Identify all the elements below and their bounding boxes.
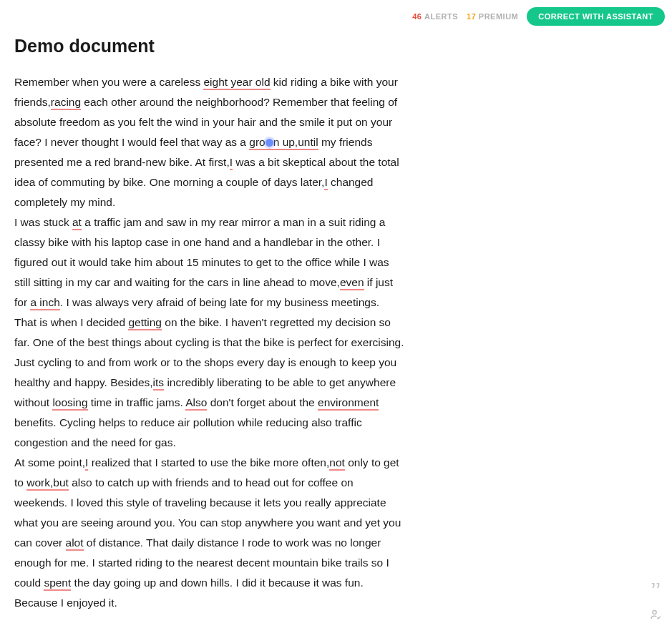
document-editor[interactable]: Demo document Remember when you were a c… [14, 36, 406, 613]
text: don't forget about the [207, 396, 318, 408]
error-a-inch[interactable]: a inch [30, 296, 59, 310]
svg-point-0 [653, 610, 656, 614]
cursor-indicator[interactable] [266, 139, 273, 147]
text: time in traffic jams. [88, 396, 186, 408]
text: Remember when you were a careless [14, 76, 203, 88]
error-racing[interactable]: racing [51, 96, 81, 110]
premium-group[interactable]: 17 PREMIUM [467, 12, 518, 21]
error-eight-year-old[interactable]: eight year old [203, 76, 270, 90]
document-title[interactable]: Demo document [14, 36, 406, 57]
side-icon-rail [649, 579, 662, 621]
quote-icon[interactable] [649, 579, 662, 592]
document-body[interactable]: Remember when you were a careless eight … [14, 72, 406, 613]
error-grown-up-until[interactable]: gron up,until [249, 136, 318, 150]
error-work-but[interactable]: work,but [26, 476, 69, 491]
alerts-group[interactable]: 46 ALERTS [412, 12, 458, 21]
error-getting[interactable]: getting [128, 316, 162, 330]
error-loosing[interactable]: loosing [52, 396, 87, 411]
error-spent[interactable]: spent [44, 577, 71, 591]
error-also[interactable]: Also [185, 396, 207, 411]
user-check-icon[interactable] [649, 608, 662, 621]
premium-count: 17 [467, 12, 476, 21]
error-at[interactable]: at [72, 216, 82, 230]
alerts-label: ALERTS [424, 12, 458, 21]
correct-with-assistant-button[interactable]: CORRECT WITH ASSISTANT [527, 7, 665, 26]
error-its[interactable]: its [153, 376, 165, 391]
text: . I was always very afraid of being late… [60, 296, 379, 308]
error-even[interactable]: even [340, 276, 364, 290]
alerts-count: 46 [412, 12, 422, 21]
error-environment[interactable]: environment [318, 396, 379, 411]
text: I was stuck [14, 216, 72, 228]
text: benefits. Cycling helps to reduce air po… [14, 416, 362, 448]
error-alot[interactable]: alot [66, 536, 84, 551]
text: realized that I started to use the bike … [88, 456, 329, 468]
text: At some point, [14, 456, 85, 468]
error-not[interactable]: not [329, 456, 345, 471]
premium-label: PREMIUM [479, 12, 518, 21]
text: That is when I decided [14, 316, 128, 328]
header-bar: 46 ALERTS 17 PREMIUM CORRECT WITH ASSIST… [412, 7, 665, 26]
